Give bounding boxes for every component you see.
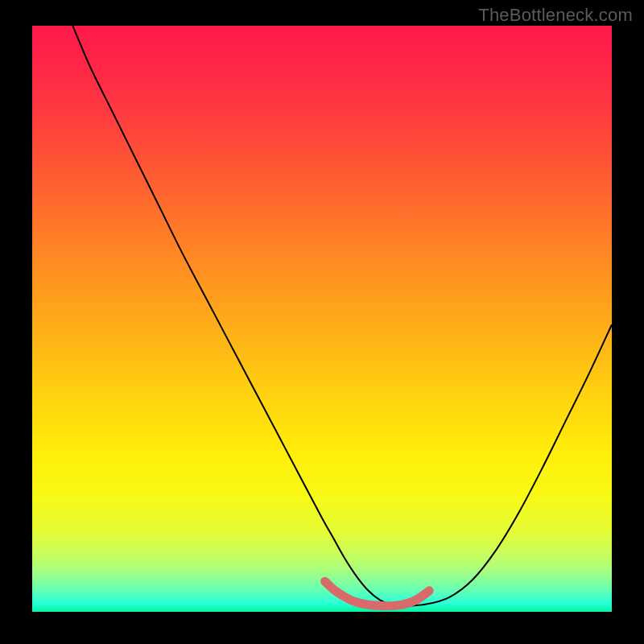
- curve-layer: [32, 26, 612, 612]
- plot-area: [32, 26, 612, 612]
- bottleneck-curve: [72, 26, 612, 606]
- chart-frame: TheBottleneck.com: [0, 0, 644, 644]
- optimal-band: [325, 581, 430, 606]
- watermark-text: TheBottleneck.com: [478, 5, 633, 26]
